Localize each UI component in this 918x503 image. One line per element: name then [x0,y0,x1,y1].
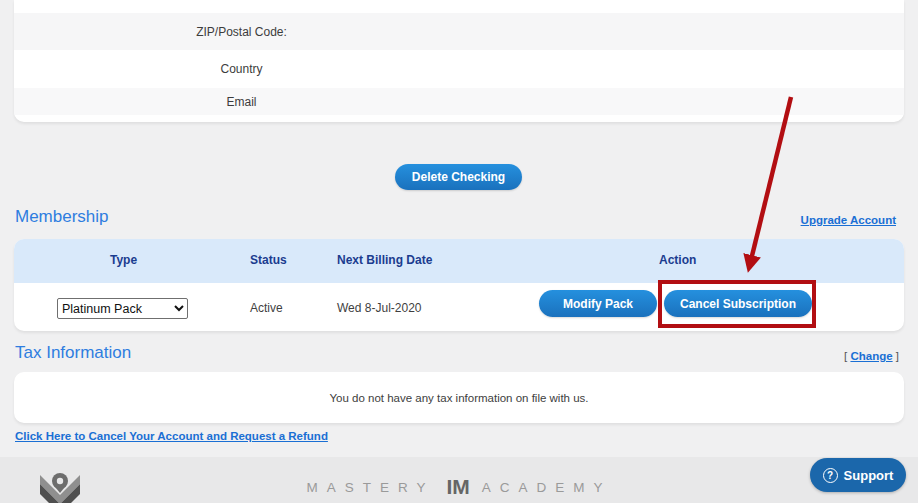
help-icon: ? [823,468,838,483]
membership-table-header: Type Status Next Billing Date Action [14,239,904,283]
column-header-type: Type [110,253,137,267]
profile-row-country: Country [14,50,904,88]
support-label: Support [844,468,894,483]
cancel-subscription-button[interactable]: Cancel Subscription [664,290,812,317]
footer: MASTERY IM ACADEMY ? Support [0,457,918,503]
tax-empty-message: You do not have any tax information on f… [329,392,588,404]
status-value: Active [250,301,283,315]
email-label: Email [14,95,469,109]
country-label: Country [14,62,469,76]
delete-checking-button[interactable]: Delete Checking [395,164,522,190]
tax-change-link[interactable]: Change [850,350,892,362]
profile-card: ZIP/Postal Code: Country Email [14,0,904,122]
tax-information-card: You do not have any tax information on f… [14,372,904,423]
cancel-account-refund-link[interactable]: Click Here to Cancel Your Account and Re… [15,430,328,442]
upgrade-account-link[interactable]: Upgrade Account [801,214,896,226]
membership-type-select[interactable]: Platinum Pack [57,298,188,319]
zip-label: ZIP/Postal Code: [14,25,469,39]
next-billing-date-value: Wed 8-Jul-2020 [337,301,422,315]
brand-word-academy: ACADEMY [482,480,612,495]
brand-mark-im: IM [446,477,469,497]
column-header-action: Action [659,253,696,267]
bracket-close: ] [893,350,899,362]
tax-information-heading: Tax Information [15,343,131,363]
column-header-next-billing-date: Next Billing Date [337,253,432,267]
support-button[interactable]: ? Support [810,458,906,492]
profile-row-zip: ZIP/Postal Code: [14,13,904,50]
membership-heading: Membership [15,207,109,227]
modify-pack-button[interactable]: Modify Pack [539,290,657,317]
membership-table: Type Status Next Billing Date Action Pla… [14,239,904,331]
tax-change-wrap: [ Change ] [844,350,899,362]
profile-row-email: Email [14,88,904,115]
account-page: ZIP/Postal Code: Country Email Delete Ch… [0,0,918,503]
column-header-status: Status [250,253,287,267]
brand-word-mastery: MASTERY [306,480,434,495]
brand-wordmark: MASTERY IM ACADEMY [0,477,918,497]
